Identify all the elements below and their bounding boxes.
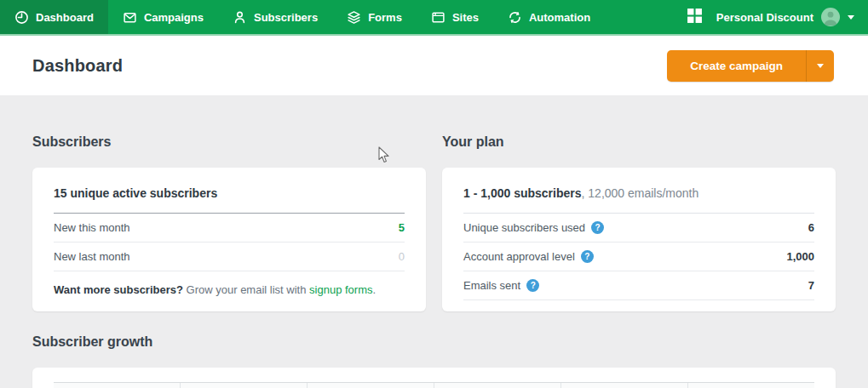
create-campaign-dropdown-button[interactable] xyxy=(806,50,834,82)
account-menu[interactable]: Personal Discount xyxy=(716,8,854,26)
stat-value: 6 xyxy=(808,221,814,234)
stat-value: 0 xyxy=(399,250,405,263)
stat-label: Emails sent ? xyxy=(463,279,539,292)
layers-icon xyxy=(347,10,361,25)
nav-item-label: Automation xyxy=(529,11,590,24)
page-title: Dashboard xyxy=(32,56,123,76)
nav-item-label: Forms xyxy=(368,11,402,24)
subscribers-card-footer: Want more subscribers? Grow your email l… xyxy=(54,271,405,296)
table-row: New this month 5 xyxy=(54,214,405,242)
person-icon xyxy=(233,10,247,25)
stat-label-text: Emails sent xyxy=(463,279,520,292)
footer-period: . xyxy=(372,283,376,296)
subscriber-growth-card xyxy=(32,368,836,388)
growth-stat-segment[interactable] xyxy=(307,383,434,388)
create-campaign-split-button: Create campaign xyxy=(667,50,834,82)
signup-forms-link[interactable]: signup forms xyxy=(309,283,372,296)
stat-value: 1,000 xyxy=(786,250,814,263)
table-row: Account approval level ? 1,000 xyxy=(463,242,814,271)
plan-card-title: 1 - 1,000 subscribers, 12,000 emails/mon… xyxy=(463,186,814,200)
chevron-down-icon xyxy=(817,64,824,68)
nav-item-label: Sites xyxy=(452,11,479,24)
nav-item-label: Dashboard xyxy=(36,11,94,24)
envelope-icon xyxy=(123,10,137,25)
stat-value: 5 xyxy=(399,221,405,234)
page-header: Dashboard Create campaign xyxy=(0,36,868,95)
growth-heading: Subscriber growth xyxy=(32,334,836,350)
dashboard-content: Subscribers 15 unique active subscribers… xyxy=(0,95,868,388)
stat-label-text: Account approval level xyxy=(463,250,575,263)
nav-item-sites[interactable]: Sites xyxy=(417,0,493,34)
stat-value: 7 xyxy=(808,279,814,292)
clock-icon xyxy=(14,10,29,25)
help-icon[interactable]: ? xyxy=(581,250,594,263)
create-campaign-button[interactable]: Create campaign xyxy=(667,50,806,82)
nav-item-forms[interactable]: Forms xyxy=(332,0,417,34)
growth-stat-segment[interactable] xyxy=(687,383,814,388)
top-navbar: Dashboard Campaigns Subscribers Forms xyxy=(0,0,868,36)
apps-grid-icon[interactable] xyxy=(687,8,703,27)
table-row: New last month 0 xyxy=(54,242,405,271)
nav-item-automation[interactable]: Automation xyxy=(493,0,605,34)
growth-stats-row xyxy=(54,382,814,388)
plan-title-bold: 1 - 1,000 subscribers xyxy=(463,186,582,200)
growth-stat-segment[interactable] xyxy=(180,383,307,388)
subscribers-card: 15 unique active subscribers New this mo… xyxy=(32,168,426,311)
stat-label: Unique subscribers used ? xyxy=(463,221,604,234)
plan-title-rest: , 12,000 emails/month xyxy=(582,186,699,200)
stat-label-text: Unique subscribers used xyxy=(463,221,585,234)
nav-item-label: Subscribers xyxy=(254,11,318,24)
plan-heading: Your plan xyxy=(442,134,836,150)
stat-label: Account approval level ? xyxy=(463,250,594,263)
subscribers-section: Subscribers 15 unique active subscribers… xyxy=(32,134,426,311)
growth-stat-segment[interactable] xyxy=(560,383,687,388)
subscribers-card-title: 15 unique active subscribers xyxy=(54,186,405,200)
help-icon[interactable]: ? xyxy=(526,279,539,292)
nav-item-campaigns[interactable]: Campaigns xyxy=(108,0,218,34)
avatar xyxy=(821,8,840,26)
table-row: Emails sent ? 7 xyxy=(463,271,814,300)
stat-label: New this month xyxy=(54,221,130,234)
footer-text: Grow your email list with xyxy=(183,283,309,296)
subscribers-heading: Subscribers xyxy=(32,134,426,150)
help-icon[interactable]: ? xyxy=(591,221,604,234)
nav-item-subscribers[interactable]: Subscribers xyxy=(218,0,332,34)
plan-section: Your plan 1 - 1,000 subscribers, 12,000 … xyxy=(442,134,836,311)
plan-card: 1 - 1,000 subscribers, 12,000 emails/mon… xyxy=(442,168,836,311)
table-row: Unique subscribers used ? 6 xyxy=(463,214,814,242)
account-name: Personal Discount xyxy=(716,11,813,24)
navbar-right: Personal Discount xyxy=(687,0,868,34)
nav-item-label: Campaigns xyxy=(144,11,204,24)
browser-icon xyxy=(431,10,445,25)
growth-stat-segment[interactable] xyxy=(434,383,560,388)
stat-label: New last month xyxy=(54,250,130,263)
growth-section: Subscriber growth xyxy=(32,334,836,388)
chevron-down-icon xyxy=(848,15,854,20)
growth-stat-segment[interactable] xyxy=(54,383,180,388)
footer-bold-text: Want more subscribers? xyxy=(54,283,183,296)
sync-icon xyxy=(508,10,522,25)
nav-item-dashboard[interactable]: Dashboard xyxy=(0,0,108,34)
